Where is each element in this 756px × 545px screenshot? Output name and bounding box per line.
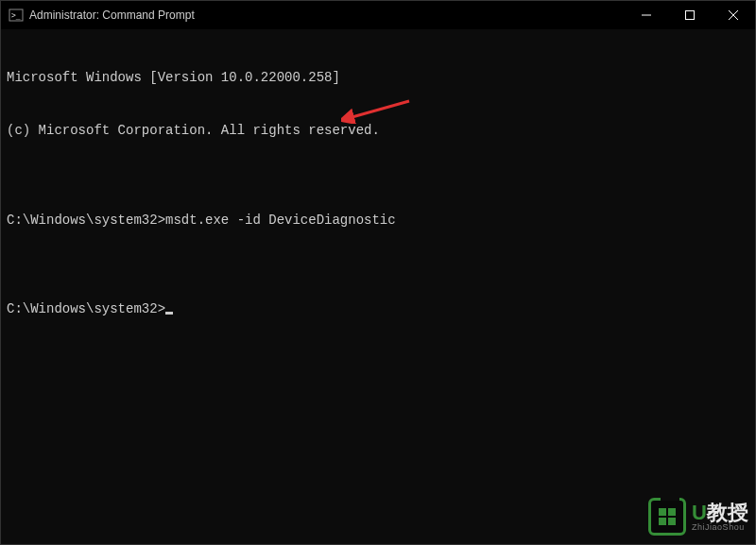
command-line-2: C:\Windows\system32> [7,300,749,318]
cmd-icon: >_ [9,8,24,23]
prompt-path: C:\Windows\system32> [7,213,165,228]
entered-command: msdt.exe -id DeviceDiagnostic [165,213,396,228]
cursor [165,312,173,315]
svg-text:>_: >_ [11,11,21,20]
minimize-button[interactable] [625,1,668,29]
watermark-text: U教授 ZhiJiaoShou [692,502,748,532]
copyright-line: (c) Microsoft Corporation. All rights re… [7,122,749,140]
command-line-1: C:\Windows\system32>msdt.exe -id DeviceD… [7,212,749,230]
prompt-path: C:\Windows\system32> [7,301,165,316]
close-button[interactable] [712,1,755,29]
maximize-button[interactable] [668,1,712,29]
terminal-area[interactable]: Microsoft Windows [Version 10.0.22000.25… [1,29,755,544]
watermark: U教授 ZhiJiaoShou [648,498,748,536]
window-title: Administrator: Command Prompt [29,9,625,22]
svg-line-7 [349,101,409,118]
titlebar[interactable]: >_ Administrator: Command Prompt [1,1,755,29]
svg-rect-3 [686,11,695,20]
command-prompt-window: >_ Administrator: Command Prompt Microso… [0,0,756,545]
watermark-logo-icon [648,498,686,536]
window-controls [625,1,755,29]
annotation-arrow-icon [341,95,417,124]
version-line: Microsoft Windows [Version 10.0.22000.25… [7,69,749,87]
